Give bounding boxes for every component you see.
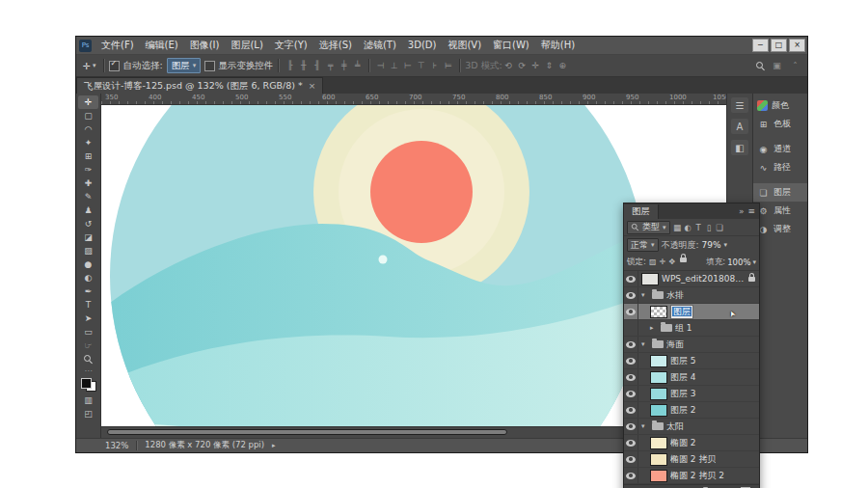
layer-name-input[interactable]: 图层 xyxy=(670,305,693,319)
layer-name[interactable]: 图层 5 xyxy=(670,355,696,367)
distribute-icon-4[interactable]: ⊦ xyxy=(428,61,441,70)
auto-select-dropdown[interactable]: 图层 ▾ xyxy=(167,58,202,73)
type-tool[interactable]: T xyxy=(78,298,98,312)
distribute-icon-3[interactable]: ⊤ xyxy=(415,61,427,70)
filter-kind-icon-2[interactable]: T xyxy=(693,223,704,232)
align-icon-1[interactable]: ╫ xyxy=(297,61,310,70)
align-icon-3[interactable]: ╤ xyxy=(324,61,337,70)
layer-name[interactable]: WPS_edit2018080410... xyxy=(662,274,746,284)
dock-panel-paths[interactable]: ∿路径 xyxy=(753,158,807,176)
align-icon-2[interactable]: ╢ xyxy=(311,61,323,70)
visibility-toggle[interactable] xyxy=(624,451,638,467)
visibility-toggle[interactable] xyxy=(624,386,638,401)
maximize-button[interactable]: □ xyxy=(771,39,787,52)
menu-item-0[interactable]: 文件(F) xyxy=(95,37,140,54)
lock-all-icon[interactable] xyxy=(680,258,687,262)
hand-tool[interactable]: ☞ xyxy=(78,339,98,352)
tool-preset[interactable]: ✛ ▾ xyxy=(80,61,98,71)
mode3d-icon-3[interactable]: ⇕ xyxy=(543,61,556,70)
layer-row[interactable]: 图层 2 xyxy=(624,402,759,419)
document-tab[interactable]: 飞屋设计-博客-125.psd @ 132% (图层 6, RGB/8) * × xyxy=(76,77,323,94)
visibility-toggle[interactable] xyxy=(624,353,638,368)
auto-select-checkbox[interactable] xyxy=(109,61,120,71)
distribute-icon-0[interactable]: ⊣ xyxy=(374,61,387,70)
visibility-toggle[interactable] xyxy=(624,402,638,418)
dock-panel-properties[interactable]: ⚙属性 xyxy=(753,202,807,220)
align-icon-4[interactable]: ╪ xyxy=(338,61,350,70)
color-swatches[interactable] xyxy=(81,378,96,392)
collapse-panels-icon[interactable]: ˄ xyxy=(789,61,801,70)
foreground-color-swatch[interactable] xyxy=(81,378,92,389)
mode3d-icon-1[interactable]: ⟳ xyxy=(516,61,529,70)
dock-panel-adjustments[interactable]: ◑调整 xyxy=(753,220,807,238)
filter-kind-icon-0[interactable]: ▦ xyxy=(672,223,683,232)
layer-name[interactable]: 水排 xyxy=(666,289,684,302)
dock-panel-swatches[interactable]: ⊞色板 xyxy=(753,115,807,133)
layer-row[interactable]: 椭圆 2 xyxy=(624,435,759,451)
layer-row[interactable]: ▸组 1 xyxy=(624,320,759,337)
layer-row[interactable]: WPS_edit2018080410... xyxy=(624,271,759,287)
scrollbar-thumb[interactable] xyxy=(107,429,507,435)
lasso-tool[interactable]: ◠ xyxy=(78,122,98,136)
status-arrow-icon[interactable]: ▸ xyxy=(272,442,276,449)
lock-icon-1[interactable]: ✛ xyxy=(658,258,667,266)
blend-mode-dropdown[interactable]: 正常 ▾ xyxy=(627,238,659,252)
layer-row[interactable]: ▾太阳 xyxy=(624,419,759,435)
layer-row[interactable]: 椭圆 2 拷贝 xyxy=(624,451,759,468)
layer-row[interactable]: 图层 4 xyxy=(624,369,759,386)
shape-tool[interactable]: ▭ xyxy=(78,325,98,339)
workspace-icon[interactable]: ▣ xyxy=(771,61,783,70)
search-icon[interactable] xyxy=(756,62,765,70)
history-brush-tool[interactable]: ↺ xyxy=(78,217,98,230)
screen-mode-button[interactable]: ◰ xyxy=(78,407,98,420)
layer-thumbnail[interactable] xyxy=(641,273,659,285)
menu-item-9[interactable]: 窗口(W) xyxy=(487,37,535,54)
mode3d-icon-0[interactable]: ⟲ xyxy=(502,61,515,70)
collapsed-history-panel-icon[interactable]: ☰ xyxy=(731,97,748,113)
lock-icon-0[interactable]: ▨ xyxy=(648,258,658,266)
zoom-tool[interactable] xyxy=(78,352,98,366)
dodge-tool[interactable]: ◐ xyxy=(78,271,98,285)
menu-item-2[interactable]: 图像(I) xyxy=(184,37,226,54)
mode3d-icon-4[interactable]: ⊕ xyxy=(556,61,569,70)
align-icon-0[interactable]: ╟ xyxy=(284,61,296,70)
menu-item-10[interactable]: 帮助(H) xyxy=(535,37,581,54)
layer-thumbnail[interactable] xyxy=(650,388,667,400)
clone-stamp-tool[interactable]: ♟ xyxy=(78,203,98,217)
layer-row[interactable]: 图层 3 xyxy=(624,386,759,402)
layer-thumbnail[interactable] xyxy=(650,404,667,417)
layer-name[interactable]: 图层 2 xyxy=(670,404,696,417)
eyedropper-tool[interactable]: ✑ xyxy=(78,163,98,176)
visibility-toggle[interactable] xyxy=(624,304,638,319)
menu-item-1[interactable]: 编辑(E) xyxy=(140,37,184,54)
filter-type-dropdown[interactable]: 类型 ▾ xyxy=(627,221,670,234)
layer-thumbnail[interactable] xyxy=(650,306,667,318)
align-icon-5[interactable]: ╧ xyxy=(351,61,364,70)
filter-kind-icon-3[interactable]: ▯ xyxy=(704,223,715,232)
menu-item-4[interactable]: 文字(Y) xyxy=(269,37,313,54)
menu-item-7[interactable]: 3D(D) xyxy=(402,37,443,54)
layer-row[interactable]: ▾水排 xyxy=(624,287,759,304)
blur-tool[interactable]: ● xyxy=(78,258,98,271)
layer-row[interactable]: 图层 xyxy=(624,304,759,320)
lock-icon-2[interactable]: ✥ xyxy=(667,258,677,266)
dock-panel-layers[interactable]: ❏图层 xyxy=(753,183,807,202)
menu-item-6[interactable]: 滤镜(T) xyxy=(358,37,402,54)
distribute-icon-5[interactable]: ⊨ xyxy=(442,61,454,70)
layer-row[interactable]: 椭圆 2 拷贝 2 xyxy=(624,468,759,484)
opacity-value[interactable]: 79% xyxy=(702,240,721,250)
visibility-toggle[interactable] xyxy=(624,271,638,286)
minimize-button[interactable]: ─ xyxy=(752,39,769,52)
menu-item-8[interactable]: 视图(V) xyxy=(442,37,487,54)
visibility-toggle[interactable] xyxy=(624,435,638,450)
zoom-level[interactable]: 132% xyxy=(105,441,128,450)
visibility-toggle[interactable] xyxy=(624,369,638,385)
gradient-tool[interactable]: ▨ xyxy=(78,244,98,258)
disclosure-closed-icon[interactable]: ▸ xyxy=(650,324,658,332)
dock-panel-color[interactable]: 颜色 xyxy=(753,96,807,115)
layer-name[interactable]: 组 1 xyxy=(675,322,692,335)
distribute-icon-2[interactable]: ⊢ xyxy=(401,61,414,70)
tab-close-icon[interactable]: × xyxy=(309,81,316,91)
distribute-icon-1[interactable]: ⊥ xyxy=(388,61,400,70)
layer-name[interactable]: 椭圆 2 拷贝 xyxy=(670,453,716,466)
